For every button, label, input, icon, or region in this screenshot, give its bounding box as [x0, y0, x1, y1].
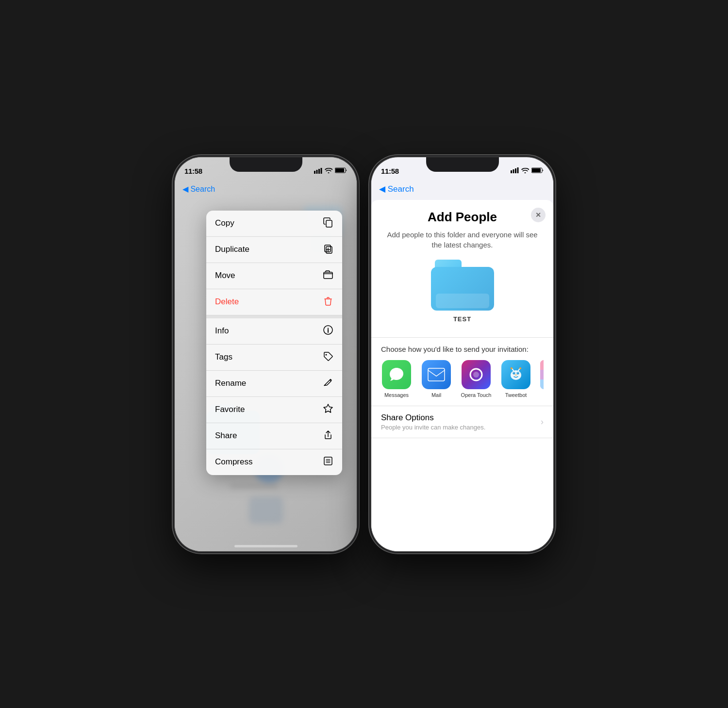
sheet-header: ✕ Add People Add people to this folder a…	[371, 200, 553, 337]
menu-item-delete-label: Delete	[215, 297, 239, 307]
scene: 11:58 ◀ Search	[155, 138, 573, 571]
menu-item-favorite[interactable]: Favorite	[206, 397, 342, 423]
svg-point-27	[513, 373, 514, 374]
home-indicator-left	[234, 545, 298, 547]
svg-rect-9	[324, 272, 332, 279]
app-item-messages[interactable]: Messages	[381, 360, 412, 398]
svg-rect-7	[325, 245, 331, 252]
svg-rect-14	[326, 462, 330, 463]
tweetbot-icon	[501, 360, 530, 389]
app-item-tweetbot[interactable]: Tweetbot	[500, 360, 531, 398]
opera-touch-icon	[462, 360, 491, 389]
svg-rect-16	[513, 169, 514, 173]
svg-rect-17	[515, 168, 516, 173]
battery-icon-right	[531, 167, 544, 175]
svg-rect-2	[318, 169, 320, 174]
menu-item-duplicate-label: Duplicate	[215, 245, 249, 254]
trash-icon	[323, 296, 333, 309]
svg-rect-12	[324, 457, 332, 465]
back-button-left[interactable]: ◀ Search	[182, 184, 215, 194]
folder-body	[431, 267, 494, 311]
menu-item-copy[interactable]: Copy	[206, 211, 342, 237]
time-left: 11:58	[184, 167, 202, 175]
share-options-row[interactable]: Share Options People you invite can make…	[371, 406, 553, 438]
share-options-text: Share Options People you invite can make…	[381, 413, 485, 431]
phone-right-screen: 11:58 ◀ Search	[371, 157, 553, 551]
add-people-sheet: ✕ Add People Add people to this folder a…	[371, 200, 553, 551]
menu-item-tags-label: Tags	[215, 352, 232, 362]
signal-icon-right	[511, 167, 519, 175]
folder-name: TEST	[453, 315, 471, 323]
svg-rect-32	[540, 370, 544, 379]
more-icon	[540, 360, 544, 389]
share-options-title: Share Options	[381, 413, 485, 423]
signal-icon-left	[314, 168, 322, 175]
nav-right: ◀ Search	[371, 179, 553, 200]
phone-left: 11:58 ◀ Search	[175, 157, 357, 551]
menu-item-favorite-label: Favorite	[215, 405, 245, 414]
big-folder	[431, 260, 494, 311]
svg-rect-0	[314, 171, 315, 174]
menu-item-share-label: Share	[215, 431, 237, 441]
svg-rect-3	[321, 168, 322, 174]
svg-point-11	[326, 354, 327, 355]
menu-item-share[interactable]: Share	[206, 423, 342, 449]
menu-item-compress[interactable]: Compress	[206, 449, 342, 475]
time-right: 11:58	[381, 167, 399, 175]
battery-icon-left	[335, 167, 347, 175]
menu-item-move-label: Move	[215, 271, 235, 280]
menu-item-duplicate[interactable]: Duplicate	[206, 237, 342, 263]
svg-rect-21	[428, 368, 445, 381]
menu-item-copy-label: Copy	[215, 218, 234, 228]
svg-rect-15	[511, 170, 512, 173]
notch-right	[426, 157, 499, 172]
folder-container: TEST	[381, 260, 544, 323]
svg-rect-20	[532, 168, 541, 172]
app-item-more[interactable]	[540, 360, 544, 398]
svg-point-23	[473, 372, 479, 378]
wifi-icon-right	[521, 167, 529, 175]
menu-item-delete[interactable]: Delete	[206, 289, 342, 315]
svg-rect-13	[326, 459, 330, 460]
opera-label: Opera Touch	[461, 392, 492, 398]
back-button-right[interactable]: ◀ Search	[379, 184, 414, 194]
menu-item-rename[interactable]: Rename	[206, 371, 342, 397]
app-item-opera[interactable]: Opera Touch	[461, 360, 492, 398]
svg-point-29	[511, 367, 513, 369]
close-button[interactable]: ✕	[531, 208, 546, 222]
sheet-subtitle: Add people to this folder and everyone w…	[381, 230, 544, 250]
menu-item-compress-label: Compress	[215, 457, 252, 467]
nav-left: ◀ Search	[175, 179, 357, 200]
svg-rect-6	[326, 220, 332, 227]
tag-icon	[323, 351, 333, 364]
share-icon	[323, 429, 333, 443]
copy-icon	[323, 217, 333, 230]
menu-item-info[interactable]: Info	[206, 315, 342, 345]
menu-item-tags[interactable]: Tags	[206, 345, 342, 371]
messages-icon	[382, 360, 411, 389]
status-icons-left	[314, 167, 347, 175]
messages-label: Messages	[384, 392, 409, 398]
menu-item-rename-label: Rename	[215, 379, 246, 388]
phone-left-screen: 11:58 ◀ Search	[175, 157, 357, 551]
invite-section: Choose how you'd like to send your invit…	[371, 337, 553, 406]
share-options-subtitle: People you invite can make changes.	[381, 424, 485, 431]
phone-right: 11:58 ◀ Search	[371, 157, 553, 551]
tweetbot-label: Tweetbot	[505, 392, 527, 398]
move-icon	[323, 269, 333, 282]
blur-text-1	[230, 484, 278, 488]
svg-rect-33	[540, 379, 544, 389]
mail-label: Mail	[431, 392, 441, 398]
notch-left	[230, 157, 302, 172]
wifi-icon-left	[325, 167, 332, 175]
app-item-mail[interactable]: Mail	[421, 360, 452, 398]
svg-rect-1	[316, 170, 318, 174]
svg-rect-5	[335, 168, 344, 172]
star-icon	[323, 403, 333, 416]
app-row: Messages Mail	[381, 360, 544, 398]
duplicate-icon	[323, 243, 333, 256]
menu-item-move[interactable]: Move	[206, 263, 342, 289]
sheet-title: Add People	[381, 210, 544, 225]
blur-item-3	[249, 497, 283, 524]
menu-item-info-label: Info	[215, 326, 229, 336]
